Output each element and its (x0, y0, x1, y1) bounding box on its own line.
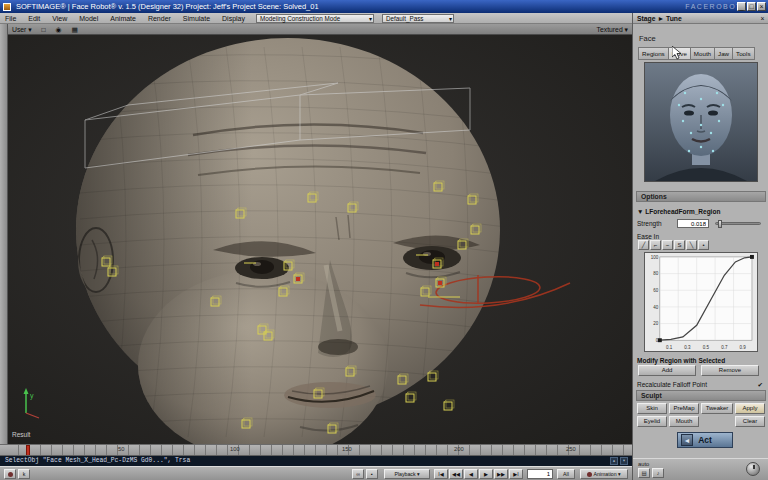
timeline-frame-label: 100 (230, 446, 240, 452)
minimize-button[interactable]: _ (737, 2, 746, 11)
svg-text:0.5: 0.5 (703, 345, 710, 350)
panel-bottom-controls: auto ▤ ♪ (633, 458, 768, 480)
ease-preset-point-icon[interactable]: • (698, 240, 709, 250)
ease-preset-out-icon[interactable]: ⌐ (650, 240, 661, 250)
mute-icon[interactable]: ♪ (652, 468, 664, 478)
collapse-icon[interactable]: ▼ (637, 208, 643, 215)
sculpt-clear-button[interactable]: Clear (735, 416, 765, 427)
chevron-down-icon: ▾ (28, 26, 31, 33)
camera-icon[interactable]: ◉ (52, 24, 66, 35)
rewind-button[interactable]: ◀◀ (449, 469, 463, 479)
current-frame-input[interactable] (527, 469, 553, 479)
timeline[interactable]: 50100150200250 (0, 444, 632, 456)
record-dot-icon (587, 472, 592, 477)
camera-menu[interactable]: User ▾ (8, 24, 36, 35)
animation-menu[interactable]: Animation ▾ (580, 469, 628, 479)
scroll-up-icon[interactable]: ▴ (610, 457, 618, 465)
chevron-down-icon: ▾ (417, 471, 420, 477)
fast-forward-button[interactable]: ▶▶ (494, 469, 508, 479)
tab-mouth[interactable]: Mouth (690, 47, 714, 60)
record-icon[interactable] (4, 469, 16, 479)
ease-preset-in-icon[interactable]: ╲ (686, 240, 697, 250)
sculpt-apply-button[interactable]: Apply (735, 403, 765, 414)
maximize-button[interactable]: □ (747, 2, 756, 11)
check-icon: ✔ (758, 379, 763, 390)
tab-tools[interactable]: Tools (732, 47, 754, 60)
svg-text:0.9: 0.9 (740, 345, 747, 350)
sculpt-section-header[interactable]: Sculpt (636, 390, 766, 401)
panel-title-bar[interactable]: Stage ► Tune × (633, 13, 768, 24)
menu-animate[interactable]: Animate (105, 13, 141, 24)
loop-icon[interactable]: ∞ (352, 469, 364, 479)
close-button[interactable]: × (757, 2, 766, 11)
tab-jaw[interactable]: Jaw (714, 47, 732, 60)
tab-move[interactable]: Move (668, 47, 690, 60)
face-reference-image (644, 62, 758, 182)
menu-render[interactable]: Render (143, 13, 176, 24)
chevron-right-icon: ► (657, 15, 664, 22)
shading-mode-menu[interactable]: Textured ▾ (597, 24, 628, 35)
sculpt-skin-button[interactable]: Skin (637, 403, 667, 414)
timeline-playhead[interactable] (26, 445, 30, 456)
sculpt-eyelid-button[interactable]: Eyelid (637, 416, 667, 427)
scroll-down-icon[interactable]: ▾ (620, 457, 628, 465)
menu-simulate[interactable]: Simulate (178, 13, 215, 24)
key-icon[interactable]: k (18, 469, 30, 479)
timeline-frame-label: 200 (454, 446, 464, 452)
grid-toggle-icon[interactable]: □ (38, 24, 50, 35)
pass-dropdown[interactable]: Default_Pass ▾ (382, 14, 454, 23)
tab-regions[interactable]: Regions (638, 47, 668, 60)
watermark: FACEROBOT (685, 0, 742, 13)
go-to-end-button[interactable]: ▶I (509, 469, 523, 479)
layers-icon[interactable]: ▤ (638, 468, 650, 478)
construction-mode-dropdown[interactable]: Modeling Construction Mode ▾ (256, 14, 374, 23)
svg-text:40: 40 (653, 305, 659, 310)
strength-input[interactable] (677, 219, 709, 228)
timeline-ruler (8, 445, 624, 456)
ease-preset-linear-icon[interactable]: ╱ (638, 240, 649, 250)
snap-icon[interactable]: ▪ (366, 469, 378, 479)
menu-model[interactable]: Model (74, 13, 103, 24)
sculpt-tweaker-button[interactable]: Tweaker (701, 403, 733, 414)
remove-button[interactable]: Remove (701, 365, 759, 376)
application-window: SOFTIMAGE® | Face Robot® v. 1.5 (Designe… (0, 0, 768, 480)
command-bar[interactable]: SelectObj "Face Mesh_X_Head_Pc-DzMS Gd0.… (0, 456, 632, 466)
ease-preset-smooth-icon[interactable]: ~ (662, 240, 673, 250)
ease-preset-s-curve-icon[interactable]: S (674, 240, 685, 250)
recalculate-falloff-row[interactable]: Recalculate Falloff Point ✔ (637, 379, 765, 390)
command-log-text: SelectObj "Face Mesh_X_Head_Pc-DzMS Gd0.… (5, 457, 190, 464)
strength-slider[interactable] (715, 222, 761, 225)
playback-menu[interactable]: Playback ▾ (384, 469, 430, 479)
viewport-3d[interactable]: y Result (8, 35, 632, 444)
step-back-button[interactable]: ◀ (464, 469, 478, 479)
ease-curve-graph[interactable]: 1008060402000.10.30.50.70.9 (644, 252, 758, 352)
menu-view[interactable]: View (47, 13, 72, 24)
all-button[interactable]: All (557, 469, 575, 479)
svg-text:80: 80 (653, 271, 659, 276)
chevron-down-icon: ▾ (449, 15, 452, 23)
sculpt-premap-button[interactable]: PreMap (669, 403, 699, 414)
play-button[interactable]: ▶ (479, 469, 493, 479)
recalculate-falloff-label: Recalculate Falloff Point (637, 381, 707, 388)
sculpt-mouth-button[interactable]: Mouth (669, 416, 699, 427)
menu-edit[interactable]: Edit (23, 13, 45, 24)
svg-text:20: 20 (653, 321, 659, 326)
window-title: SOFTIMAGE® | Face Robot® v. 1.5 (Designe… (16, 2, 319, 11)
left-toolbar-strip (0, 24, 8, 456)
panel-close-icon[interactable]: × (758, 13, 767, 24)
auto-label: auto (638, 461, 649, 467)
panel-stage-value: Tune (666, 15, 682, 22)
add-button[interactable]: Add (638, 365, 696, 376)
go-to-start-button[interactable]: I◀ (434, 469, 448, 479)
options-section-header[interactable]: Options (636, 191, 766, 202)
app-icon (3, 3, 11, 11)
timeline-frame-label: 50 (118, 446, 124, 452)
menu-display[interactable]: Display (217, 13, 250, 24)
act-button[interactable]: ◄ Act (677, 432, 733, 448)
region-name-row[interactable]: ▼ LForeheadForm_Region (637, 206, 765, 217)
menu-file[interactable]: File (0, 13, 21, 24)
title-bar: SOFTIMAGE® | Face Robot® v. 1.5 (Designe… (0, 0, 768, 13)
viewport-3d-scene: y (8, 35, 632, 444)
display-options-icon[interactable]: ▦ (67, 24, 81, 35)
dial-knob[interactable] (746, 462, 760, 476)
